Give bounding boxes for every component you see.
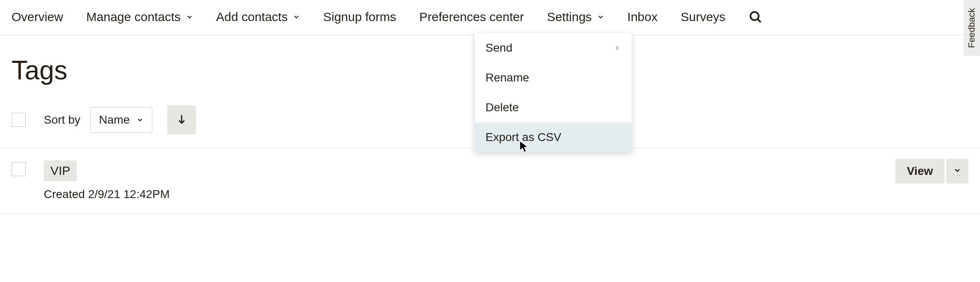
view-dropdown-toggle[interactable] [946, 159, 968, 184]
dropdown-item-label: Delete [485, 101, 519, 114]
nav-settings[interactable]: Settings [547, 10, 604, 24]
svg-point-0 [750, 12, 759, 20]
cursor-icon [519, 141, 528, 153]
nav-signup-forms[interactable]: Signup forms [323, 10, 396, 24]
chevron-down-icon [136, 116, 144, 124]
nav-inbox-label: Inbox [627, 10, 658, 24]
dropdown-item-rename[interactable]: Rename [475, 63, 632, 93]
nav-settings-label: Settings [547, 10, 592, 24]
feedback-tab-label: Feedback [966, 8, 977, 48]
sort-by-label: Sort by [44, 113, 80, 127]
chevron-down-icon [293, 13, 300, 21]
nav-signup-forms-label: Signup forms [323, 10, 396, 24]
dropdown-item-delete[interactable]: Delete [475, 93, 632, 122]
tag-row: VIP Created 2/9/21 12:42PM View [0, 148, 980, 214]
nav-surveys[interactable]: Surveys [681, 10, 725, 24]
sort-select-value: Name [99, 113, 130, 127]
chevron-down-icon [186, 13, 193, 21]
nav-add-contacts-label: Add contacts [216, 10, 288, 24]
sort-direction-button[interactable] [167, 105, 196, 134]
chevron-down-icon [953, 166, 961, 176]
svg-line-1 [758, 19, 761, 22]
search-button[interactable] [748, 10, 762, 24]
nav-manage-contacts[interactable]: Manage contacts [86, 10, 193, 24]
chevron-right-icon [613, 44, 621, 52]
dropdown-item-export-csv[interactable]: Export as CSV [475, 122, 632, 152]
tag-row-body: VIP Created 2/9/21 12:42PM [44, 160, 170, 201]
tag-row-checkbox[interactable] [12, 162, 26, 176]
arrow-down-icon [176, 114, 187, 126]
nav-overview-label: Overview [12, 10, 63, 24]
chevron-down-icon [597, 13, 604, 21]
top-nav: Overview Manage contacts Add contacts Si… [0, 0, 980, 35]
nav-surveys-label: Surveys [681, 10, 725, 24]
tag-created-text: Created 2/9/21 12:42PM [44, 188, 170, 201]
dropdown-item-send[interactable]: Send [475, 33, 632, 63]
row-actions-dropdown: Send Rename Delete Export as CSV [475, 33, 632, 152]
dropdown-item-label: Rename [485, 71, 529, 84]
nav-preferences-center[interactable]: Preferences center [419, 10, 524, 24]
tag-name-chip[interactable]: VIP [44, 160, 77, 181]
view-button[interactable]: View [895, 159, 944, 184]
tag-row-actions: View [895, 159, 968, 184]
nav-add-contacts[interactable]: Add contacts [216, 10, 300, 24]
nav-manage-contacts-label: Manage contacts [86, 10, 180, 24]
feedback-tab[interactable]: Feedback [963, 0, 980, 56]
dropdown-item-label: Send [485, 41, 512, 55]
search-icon [748, 10, 762, 24]
nav-overview[interactable]: Overview [12, 10, 63, 24]
nav-inbox[interactable]: Inbox [627, 10, 658, 24]
nav-preferences-center-label: Preferences center [419, 10, 524, 24]
sort-select[interactable]: Name [90, 107, 153, 133]
select-all-checkbox[interactable] [12, 113, 26, 127]
view-button-label: View [907, 165, 933, 177]
